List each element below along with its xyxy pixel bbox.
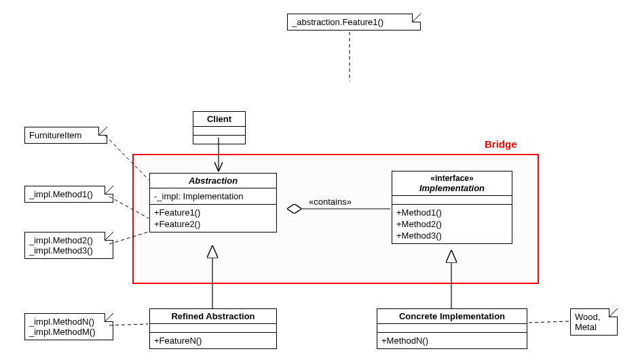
svg-line-8 <box>527 321 569 323</box>
client-box: Client <box>193 111 246 144</box>
client-title: Client <box>193 112 245 127</box>
note-furniture: FurnitureItem <box>24 127 107 144</box>
note-methodn-text: _impl.MethodN() <box>29 317 109 327</box>
note-top-text: _abstraction.Feature1() <box>292 17 383 27</box>
refined-fields <box>150 324 276 333</box>
refined-m1: +FeatureN() <box>154 335 272 346</box>
note-method2-text: _impl.Method2() <box>29 235 109 245</box>
svg-line-7 <box>109 324 148 325</box>
note-method1: _impl.Method1() <box>24 186 113 203</box>
concrete-m1: +MethodN() <box>381 335 523 346</box>
contains-label: «contains» <box>309 197 352 207</box>
note-methodm-text: _impl.MethodM() <box>29 327 109 337</box>
abstraction-m2: +Feature2() <box>154 218 272 230</box>
note-top: _abstraction.Feature1() <box>287 14 421 31</box>
abstraction-title: Abstraction <box>150 174 276 188</box>
note-materials: Wood, Metal <box>570 308 618 336</box>
note-method1-text: _impl.Method1() <box>29 189 93 199</box>
refined-box: Refined Abstraction +FeatureN() <box>149 308 277 349</box>
implementation-stereo: «interface» <box>396 174 508 183</box>
note-methodnm: _impl.MethodN() _impl.MethodM() <box>24 313 113 340</box>
refined-title: Refined Abstraction <box>150 309 276 324</box>
implementation-methods: +Method1() +Method2() +Method3() <box>392 205 512 243</box>
concrete-box: Concrete Implementation +MethodN() <box>377 308 527 349</box>
client-empty1 <box>193 127 245 136</box>
abstraction-fields: -_impl: Implementation <box>150 188 276 205</box>
implementation-title-sect: «interface» Implementation <box>392 171 512 196</box>
implementation-m3: +Method3() <box>396 230 508 241</box>
note-method3-text: _impl.Method3() <box>29 245 109 256</box>
diagram-canvas: Bridge _abstraction.Feature1() Furniture… <box>0 0 638 364</box>
client-empty2 <box>193 136 245 144</box>
note-metal-text: Metal <box>575 322 613 332</box>
implementation-m1: +Method1() <box>396 207 508 218</box>
concrete-methods: +MethodN() <box>377 333 527 348</box>
note-wood-text: Wood, <box>575 312 613 322</box>
bridge-label: Bridge <box>485 138 517 150</box>
refined-methods: +FeatureN() <box>150 333 276 348</box>
implementation-box: «interface» Implementation +Method1() +M… <box>392 171 512 244</box>
note-method23: _impl.Method2() _impl.Method3() <box>24 232 113 259</box>
implementation-title: Implementation <box>396 183 508 193</box>
abstraction-m1: +Feature1() <box>154 207 272 218</box>
abstraction-methods: +Feature1() +Feature2() <box>150 205 276 232</box>
implementation-m2: +Method2() <box>396 218 508 230</box>
abstraction-field-impl: -_impl: Implementation <box>154 190 272 202</box>
implementation-fields <box>392 196 512 205</box>
concrete-fields <box>377 324 527 333</box>
concrete-title: Concrete Implementation <box>377 309 527 324</box>
abstraction-box: Abstraction -_impl: Implementation +Feat… <box>149 173 277 232</box>
note-furniture-text: FurnitureItem <box>29 130 81 140</box>
